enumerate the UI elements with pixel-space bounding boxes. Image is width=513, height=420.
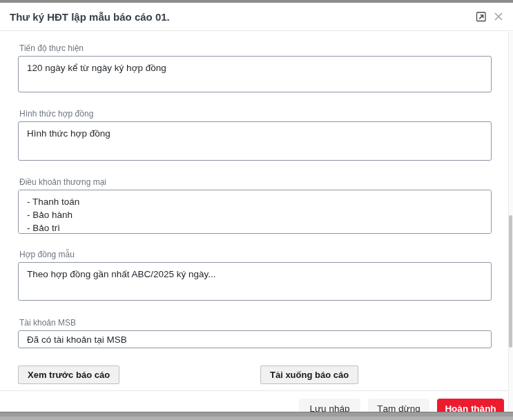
input-tai-khoan-msb[interactable] [18,330,492,348]
dialog-header: Thư ký HĐT lập mẫu báo cáo 01. [0,3,513,31]
textarea-hinh-thuc-hop-dong[interactable]: Hình thức hợp đồng [18,121,492,161]
vertical-scrollbar-track[interactable] [508,32,513,412]
download-report-button[interactable]: Tải xuống báo cáo [260,366,358,384]
page-bottom-scrollbar[interactable] [0,412,513,420]
field-label-hop-dong-mau: Hợp đồng mẫu [19,250,492,260]
header-icons [475,10,505,23]
textarea-dieu-khoan-thuong-mai[interactable]: - Thanh toán - Bảo hành - Bảo trì [18,190,492,234]
textarea-hop-dong-mau[interactable]: Theo hợp đồng gần nhất ABC/2025 ký ngày.… [18,262,492,301]
dialog-title: Thư ký HĐT lập mẫu báo cáo 01. [10,11,475,23]
field-label-tai-khoan-msb: Tài khoản MSB [19,318,492,328]
dialog-body: Tiến độ thực hiện 120 ngày kể từ ngày ký… [0,43,513,384]
expand-icon[interactable] [475,10,487,23]
preview-report-button[interactable]: Xem trước báo cáo [18,366,119,384]
field-label-dieu-khoan-thuong-mai: Điều khoản thương mại [19,177,492,188]
textarea-tien-do-thuc-hien[interactable]: 120 ngày kể từ ngày ký hợp đồng [18,56,492,92]
field-label-hinh-thuc-hop-dong: Hình thức hợp đồng [19,109,492,119]
report-action-row: Xem trước báo cáo Tải xuống báo cáo [18,366,492,384]
field-label-tien-do-thuc-hien: Tiến độ thực hiện [19,43,492,54]
vertical-scrollbar-thumb[interactable] [509,215,512,348]
close-icon[interactable] [492,10,505,23]
